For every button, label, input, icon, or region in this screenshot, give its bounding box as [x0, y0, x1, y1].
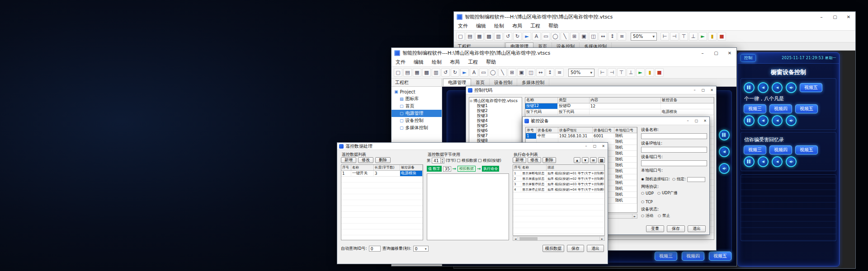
panel-tool-icon[interactable]: ◫ — [527, 68, 535, 77]
tree-item[interactable]: 按键5 — [470, 123, 521, 128]
redo-icon[interactable]: ↻ — [513, 32, 522, 41]
menu-item[interactable]: 工程 — [464, 58, 482, 66]
column-header[interactable]: 被控设备 — [661, 98, 714, 103]
align-top-icon[interactable]: ⊤ — [679, 32, 688, 41]
save-icon[interactable]: ▦ — [413, 68, 421, 77]
distribute-v-icon[interactable]: ↕ — [608, 32, 617, 41]
print-icon[interactable]: ▥ — [432, 68, 440, 77]
menu-item[interactable]: 绘制 — [490, 22, 508, 30]
minimize-button[interactable]: – — [684, 117, 692, 125]
open-file-icon[interactable]: ▤ — [466, 32, 474, 41]
cell[interactable]: 4 — [513, 187, 521, 192]
video-4-button[interactable]: 视频四 — [682, 252, 704, 261]
column-header[interactable]: 长度(字节数) — [374, 165, 400, 170]
tree-root[interactable]: ⊟ 博山区电诈馆中控.vtscs — [470, 98, 521, 103]
move-down-button[interactable]: ▼ — [582, 157, 589, 163]
close-button[interactable]: ✕ — [701, 117, 709, 125]
cell[interactable]: 1 — [513, 171, 521, 176]
tree-item[interactable]: 按键6 — [470, 128, 521, 133]
align-left-icon[interactable]: ⊢ — [660, 32, 669, 41]
radio-specify-port[interactable]: ○ 指定: — [672, 177, 705, 182]
pause-button[interactable]: ▌▌ — [744, 82, 755, 93]
minimize-button[interactable]: – — [582, 143, 590, 150]
text-tool-icon[interactable]: A — [470, 68, 478, 77]
pause-icon[interactable]: ▮ — [708, 32, 717, 41]
cell[interactable]: 如果 模拟(按键)=03 等于/大于+控制断电区域为1 — [547, 182, 604, 187]
video-5-button[interactable]: 视频五 — [709, 252, 731, 261]
cell[interactable]: 随机 — [614, 139, 637, 145]
new-file-icon[interactable]: ▢ — [394, 68, 402, 77]
cell[interactable]: 随机 — [614, 133, 637, 139]
cell[interactable]: 按键ID — [558, 103, 590, 109]
cell[interactable]: 随机 — [614, 163, 637, 168]
video-4-button[interactable]: 视频四 — [769, 145, 792, 154]
cell[interactable]: 随机 — [614, 186, 637, 192]
distribute-h-icon[interactable]: ↔ — [536, 68, 545, 77]
redo-icon[interactable]: ↻ — [451, 68, 459, 77]
radio-disabled[interactable]: ○ 禁止 — [658, 213, 670, 219]
cell[interactable]: 6001 — [593, 133, 614, 139]
cell[interactable]: 显示屏停止状态 — [521, 187, 547, 192]
image-tool-icon[interactable]: ▣ — [517, 68, 526, 77]
scroll-thumb[interactable] — [519, 237, 538, 240]
column-header[interactable]: 序号 — [513, 165, 521, 170]
checkbox-simulate-data[interactable]: 模拟数据 — [457, 158, 477, 164]
title-bar[interactable]: 智能控制编程软件---H:\博山区电诈馆中控\博山区电诈馆中控.vtscs – … — [454, 12, 855, 22]
open-file-icon[interactable]: ▤ — [403, 68, 412, 77]
tree-item-project[interactable]: ▣ Project — [392, 88, 442, 95]
scroll-right-icon[interactable]: ► — [632, 214, 637, 218]
cell[interactable]: 随机 — [614, 145, 637, 150]
cell[interactable]: 随机 — [614, 168, 637, 174]
menu-item[interactable]: 工程 — [526, 22, 544, 30]
cell[interactable]: 如果 模拟(按键)=01 等于/大于+控制断电区域为1 — [547, 171, 604, 176]
text-tool-icon[interactable]: A — [532, 32, 541, 41]
distribute-h-icon[interactable]: ↔ — [599, 32, 607, 41]
cell[interactable] — [590, 109, 661, 115]
cell[interactable]: 电源模块 — [661, 109, 714, 115]
exit-button[interactable]: 退出 — [587, 245, 604, 252]
column-header[interactable]: 名称 — [521, 165, 547, 170]
cell[interactable]: 2 — [513, 176, 521, 181]
menu-item[interactable]: 帮助 — [482, 58, 500, 66]
add-button[interactable]: 新增 — [513, 157, 526, 163]
volume-up-button[interactable]: ◀) — [758, 156, 769, 167]
volume-button[interactable]: ◀ — [772, 156, 783, 167]
close-button[interactable]: ✕ — [708, 86, 716, 94]
save-button[interactable]: 保存 — [667, 225, 685, 232]
auto-query-input[interactable]: 0 — [369, 246, 381, 252]
ellipse-tool-icon[interactable]: ◯ — [551, 32, 560, 41]
menu-item[interactable]: 文件 — [454, 22, 472, 30]
menu-item[interactable]: 帮助 — [544, 22, 562, 30]
table-row[interactable]: 1 显示屏断电状态 如果 模拟(按键)=01 等于/大于+控制断电区域为1 — [513, 171, 604, 176]
video-5-button[interactable]: 视频五 — [795, 104, 818, 113]
cell[interactable]: 随机 — [614, 174, 637, 180]
column-header[interactable]: 序号 — [526, 127, 537, 133]
panel-tool-icon[interactable]: ◫ — [589, 32, 598, 41]
cell[interactable]: 3 — [374, 171, 400, 176]
delete-button[interactable]: 删除 — [375, 157, 391, 163]
checkbox-simulate-key[interactable]: 模拟(按键) — [478, 158, 501, 164]
align-left-icon[interactable]: ⊢ — [598, 68, 607, 77]
cell[interactable]: 显示屏播放状态 — [521, 176, 547, 181]
maximize-button[interactable]: ▢ — [590, 143, 599, 150]
cell[interactable]: 12 — [590, 103, 661, 109]
move-up-button[interactable]: ▲ — [574, 157, 580, 163]
minimize-button[interactable]: – — [815, 12, 828, 22]
device-name-input[interactable] — [641, 133, 707, 139]
minimize-button[interactable]: – — [696, 48, 709, 58]
device-ip-input[interactable] — [641, 147, 707, 153]
save-all-icon[interactable]: ▩ — [422, 68, 431, 77]
tab-home[interactable]: 首页 — [471, 79, 490, 86]
mute-button[interactable]: ◀× — [786, 156, 797, 167]
print-icon[interactable]: ▥ — [494, 32, 503, 41]
cell[interactable]: 随机 — [614, 157, 637, 162]
cell[interactable]: 随机 — [614, 180, 637, 186]
cell[interactable]: 随机 — [614, 198, 637, 203]
column-header[interactable]: 本地端口号 — [614, 127, 637, 133]
pause-button[interactable]: ▌▌ — [744, 156, 755, 167]
maximize-button[interactable]: ▢ — [828, 12, 842, 22]
save-all-icon[interactable]: ▩ — [485, 32, 493, 41]
expander-icon[interactable]: ⊟ — [470, 99, 472, 103]
column-header[interactable]: 设备名称 — [537, 127, 558, 133]
menu-item[interactable]: 编辑 — [410, 58, 428, 66]
